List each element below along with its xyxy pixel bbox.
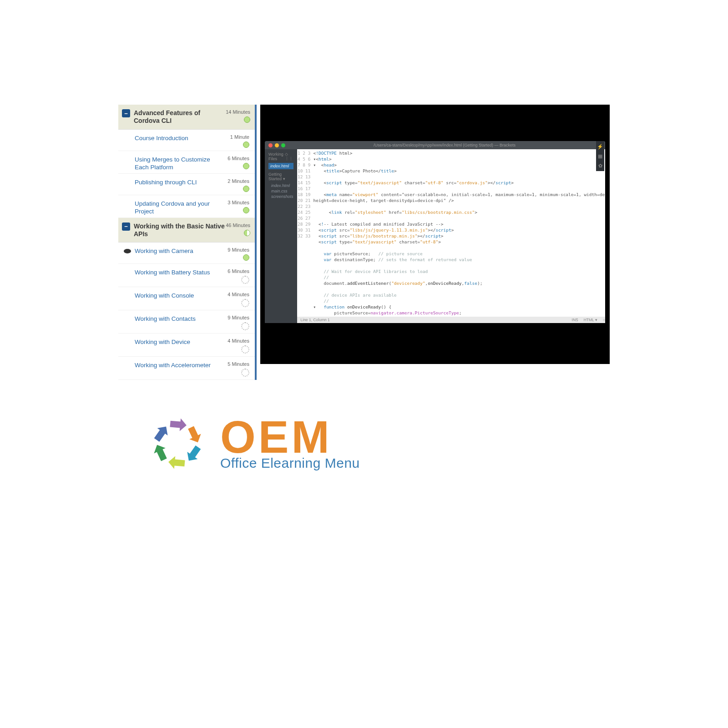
live-preview-icon[interactable]: ⚡ bbox=[597, 144, 603, 150]
close-icon[interactable] bbox=[268, 143, 273, 147]
window-titlebar: /Users/ca-stans/Desktop/myApp/www/index.… bbox=[265, 141, 605, 149]
extension-manager-icon[interactable]: ▦ bbox=[598, 153, 602, 159]
progress-icon bbox=[244, 116, 250, 123]
status-lang[interactable]: HTML ▾ bbox=[584, 318, 597, 322]
progress-icon bbox=[244, 230, 250, 236]
done-icon bbox=[243, 142, 249, 148]
project-label[interactable]: Getting Started ▾ bbox=[268, 172, 293, 181]
lesson-title: Working with Camera bbox=[135, 247, 222, 255]
lesson-meta: 6 Minutes bbox=[222, 268, 249, 285]
brackets-window: /Users/ca-stans/Desktop/myApp/www/index.… bbox=[265, 141, 605, 323]
brand-name: OEM bbox=[220, 416, 360, 457]
open-file[interactable]: index.html bbox=[268, 163, 293, 169]
brand-logo: OEM Office Elearning Menu bbox=[141, 407, 610, 480]
collapse-icon[interactable]: − bbox=[122, 222, 130, 231]
loading-icon bbox=[241, 276, 249, 284]
project-file[interactable]: index.html bbox=[268, 183, 293, 188]
current-icon bbox=[124, 249, 131, 253]
code-editor[interactable]: <!DOCTYPE html> ▾<html> ▾ <head> <title>… bbox=[313, 149, 605, 317]
lesson-meta: 3 Minutes bbox=[222, 200, 249, 214]
lesson-title: Updating Cordova and your Project bbox=[135, 200, 222, 216]
lesson-item[interactable]: Updating Cordova and your Project3 Minut… bbox=[118, 195, 255, 218]
done-icon bbox=[243, 163, 249, 169]
collapse-icon[interactable]: − bbox=[122, 109, 130, 117]
section-header[interactable]: −Working with the Basic Native APIs46 Mi… bbox=[118, 218, 255, 243]
done-icon bbox=[243, 207, 249, 213]
lesson-item[interactable]: Working with Camera9 Minutes bbox=[118, 243, 255, 264]
editor-sidebar: Working Files◇ ⋮⋮ index.html Getting Sta… bbox=[265, 149, 297, 323]
right-toolbar: ⚡ ▦ ✿ bbox=[596, 141, 604, 171]
minimize-icon[interactable] bbox=[275, 143, 279, 147]
section-title: Advanced Features of Cordova CLI bbox=[134, 109, 226, 125]
video-player[interactable]: /Users/ca-stans/Desktop/myApp/www/index.… bbox=[260, 105, 610, 364]
loading-icon bbox=[241, 345, 249, 354]
lesson-title: Working with Accelerometer bbox=[135, 361, 222, 369]
project-file[interactable]: screenshots bbox=[268, 194, 293, 199]
lesson-item[interactable]: Working with Console4 Minutes bbox=[118, 287, 255, 310]
lesson-title: Course Introduction bbox=[135, 134, 222, 142]
lesson-meta: 5 Minutes bbox=[222, 361, 249, 378]
lesson-meta: 9 Minutes bbox=[222, 247, 249, 262]
lesson-meta: 4 Minutes bbox=[222, 292, 249, 308]
lesson-meta: 6 Minutes bbox=[222, 156, 249, 170]
lesson-item[interactable]: Working with Accelerometer5 Minutes bbox=[118, 357, 255, 380]
window-title: /Users/ca-stans/Desktop/myApp/www/index.… bbox=[288, 143, 602, 147]
status-circle[interactable]: ○ bbox=[603, 318, 605, 322]
status-ins[interactable]: INS bbox=[572, 318, 578, 322]
lesson-item[interactable]: Publishing through CLI2 Minutes bbox=[118, 174, 255, 195]
lesson-item[interactable]: Using Merges to Customize Each Platform6… bbox=[118, 151, 255, 174]
lesson-title: Working with Device bbox=[135, 338, 222, 346]
lesson-item[interactable]: Working with Battery Status6 Minutes bbox=[118, 264, 255, 287]
working-files-icons[interactable]: ◇ ⋮⋮ bbox=[285, 152, 293, 161]
lesson-title: Working with Contacts bbox=[135, 315, 222, 323]
lesson-title: Publishing through CLI bbox=[135, 178, 222, 187]
done-icon bbox=[243, 186, 249, 192]
section-meta: 14 Minutes bbox=[226, 109, 250, 124]
line-gutter: 1 2 3 4 5 6 7 8 9 10 11 12 13 14 15 16 1… bbox=[297, 149, 313, 317]
lesson-item[interactable]: Working with Device4 Minutes bbox=[118, 334, 255, 357]
section-title: Working with the Basic Native APIs bbox=[134, 222, 226, 238]
lesson-meta: 9 Minutes bbox=[222, 315, 249, 331]
lesson-title: Working with Battery Status bbox=[135, 268, 222, 277]
course-sidebar: −Advanced Features of Cordova CLI14 Minu… bbox=[118, 105, 257, 380]
settings-icon[interactable]: ✿ bbox=[598, 163, 602, 169]
arrows-icon bbox=[141, 407, 214, 480]
loading-icon bbox=[241, 322, 249, 330]
done-icon bbox=[243, 254, 249, 261]
working-files-label: Working Files bbox=[268, 152, 285, 161]
loading-icon bbox=[241, 299, 249, 307]
lesson-item[interactable]: Working with Contacts9 Minutes bbox=[118, 310, 255, 334]
project-file[interactable]: main.css bbox=[268, 188, 293, 194]
lesson-title: Working with Console bbox=[135, 292, 222, 300]
lesson-item[interactable]: Course Introduction1 Minute bbox=[118, 130, 255, 151]
status-bar: Line 1, Column 1 INS HTML ▾ ○ Tab Size: … bbox=[297, 317, 605, 323]
loading-icon bbox=[241, 369, 249, 377]
lesson-meta: 2 Minutes bbox=[222, 178, 249, 193]
zoom-icon[interactable] bbox=[281, 143, 285, 147]
lesson-title: Using Merges to Customize Each Platform bbox=[135, 156, 222, 172]
section-meta: 46 Minutes bbox=[226, 222, 250, 237]
cursor-position: Line 1, Column 1 bbox=[301, 318, 330, 322]
lesson-meta: 4 Minutes bbox=[222, 338, 249, 354]
section-header[interactable]: −Advanced Features of Cordova CLI14 Minu… bbox=[118, 105, 255, 130]
lesson-meta: 1 Minute bbox=[222, 134, 249, 149]
brand-tagline: Office Elearning Menu bbox=[220, 455, 360, 471]
